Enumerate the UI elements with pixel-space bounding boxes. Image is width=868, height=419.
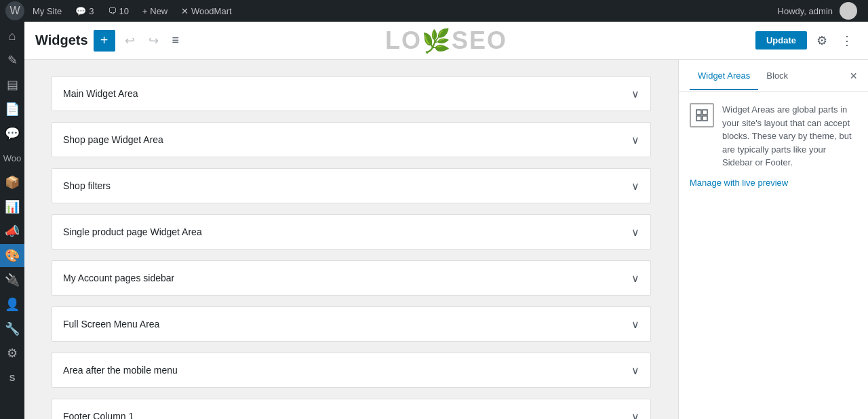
sidebar-item-dashboard[interactable]: ⌂ bbox=[0, 24, 24, 47]
sidebar-item-pages[interactable]: 📄 bbox=[0, 98, 24, 121]
chevron-down-icon-shop-page: ∨ bbox=[631, 134, 639, 146]
sidebar-item-marketing[interactable]: 📣 bbox=[0, 220, 24, 243]
right-panel: Widget Areas Block × bbox=[678, 60, 868, 419]
my-site-label: My Site bbox=[33, 6, 62, 16]
widget-area-single-product-label: Single product page Widget Area bbox=[63, 226, 202, 237]
toolbar-right: Update ⚙ ⋮ bbox=[755, 29, 857, 52]
redo-button[interactable]: ↪ bbox=[144, 29, 163, 52]
sidebar-item-comments[interactable]: 💬 bbox=[0, 122, 24, 145]
chevron-down-icon-fullscreen-menu: ∨ bbox=[631, 318, 639, 331]
more-options-button[interactable]: ⋮ bbox=[837, 29, 857, 52]
tab-block[interactable]: Block bbox=[758, 62, 796, 90]
sidebar-item-posts[interactable]: ✎ bbox=[0, 49, 24, 72]
avatar-icon bbox=[840, 2, 857, 20]
widget-area-single-product[interactable]: Single product page Widget Area ∨ bbox=[52, 214, 651, 250]
panel-description: Widget Areas are global parts in your si… bbox=[722, 103, 857, 169]
adminbar-new[interactable]: + New bbox=[137, 0, 173, 22]
svg-rect-1 bbox=[703, 110, 707, 115]
main-content: Main Widget Area ∨ Shop page Widget Area… bbox=[24, 60, 868, 419]
menu-button[interactable]: ≡ bbox=[168, 29, 184, 52]
svg-rect-2 bbox=[696, 116, 701, 121]
adminbar-my-site[interactable]: My Site bbox=[27, 0, 67, 22]
sidebar-item-woo1[interactable]: Woo bbox=[0, 146, 24, 169]
close-panel-button[interactable]: × bbox=[850, 70, 857, 82]
widget-area-shop-page-label: Shop page Widget Area bbox=[63, 134, 163, 145]
admin-bar: W My Site 💬 3 🗨 10 + New ✕ WoodMart Howd… bbox=[0, 0, 868, 22]
sidebar-item-products[interactable]: 📦 bbox=[0, 171, 24, 194]
woodmart-label: ✕ WoodMart bbox=[181, 6, 231, 16]
wp-logo[interactable]: W bbox=[5, 1, 24, 20]
widget-area-shop-filters-label: Shop filters bbox=[63, 180, 111, 191]
sidebar-item-settings[interactable]: ⚙ bbox=[0, 342, 24, 365]
comment2-count: 10 bbox=[119, 6, 129, 16]
chevron-down-icon-shop-filters: ∨ bbox=[631, 180, 639, 193]
howdy-text: Howdy, admin bbox=[778, 6, 833, 16]
sidebar-item-plugins[interactable]: 🔌 bbox=[0, 268, 24, 292]
undo-button[interactable]: ↩ bbox=[121, 29, 139, 52]
adminbar-comments[interactable]: 💬 3 bbox=[70, 0, 99, 22]
widget-area-main[interactable]: Main Widget Area ∨ bbox=[52, 76, 651, 111]
chevron-down-icon-single-product: ∨ bbox=[631, 226, 639, 239]
chevron-down-icon-footer-column-1: ∨ bbox=[631, 410, 639, 420]
comment2-icon: 🗨 bbox=[108, 6, 117, 16]
manage-live-preview-link[interactable]: Manage with live preview bbox=[690, 178, 857, 188]
adminbar-right: Howdy, admin bbox=[772, 0, 863, 22]
widget-area-my-account-label: My Account pages sidebar bbox=[63, 273, 174, 283]
editor: Widgets + ↩ ↪ ≡ LO 🌿 SEO Update ⚙ ⋮ Mai bbox=[24, 22, 868, 419]
page-title: Widgets bbox=[35, 33, 88, 48]
widget-area-my-account[interactable]: My Account pages sidebar ∨ bbox=[52, 260, 651, 296]
chevron-down-icon-main: ∨ bbox=[631, 87, 639, 100]
svg-rect-0 bbox=[696, 110, 701, 115]
adminbar-howdy[interactable]: Howdy, admin bbox=[772, 0, 863, 22]
comment-count: 3 bbox=[89, 6, 94, 16]
panel-body: Widget Areas are global parts in your si… bbox=[679, 92, 868, 419]
editor-logo: LO 🌿 SEO bbox=[385, 26, 507, 55]
new-label: + New bbox=[142, 6, 167, 16]
chevron-down-icon-my-account: ∨ bbox=[631, 272, 639, 285]
logo-text-lo: LO bbox=[385, 26, 422, 55]
editor-toolbar: Widgets + ↩ ↪ ≡ LO 🌿 SEO Update ⚙ ⋮ bbox=[24, 22, 868, 60]
widget-area-mobile-menu-label: Area after the mobile menu bbox=[63, 365, 178, 376]
chevron-down-icon-mobile-menu: ∨ bbox=[631, 364, 639, 377]
adminbar-woodmart[interactable]: ✕ WoodMart bbox=[176, 0, 237, 22]
widget-area-icon bbox=[690, 103, 714, 127]
widget-area-footer-column-1-label: Footer Column 1 bbox=[63, 411, 134, 419]
sidebar-item-appearance[interactable]: 🎨 bbox=[0, 244, 24, 267]
sidebar: ⌂ ✎ ▤ 📄 💬 Woo 📦 📊 📣 🎨 🔌 👤 🔧 ⚙ S bbox=[0, 22, 24, 419]
sidebar-item-seo[interactable]: S bbox=[0, 366, 24, 389]
sidebar-item-analytics[interactable]: 📊 bbox=[0, 195, 24, 218]
comment-icon: 💬 bbox=[75, 6, 86, 16]
add-block-button[interactable]: + bbox=[94, 30, 115, 52]
logo-text-seo: SEO bbox=[452, 26, 507, 55]
adminbar-comments2[interactable]: 🗨 10 bbox=[102, 0, 134, 22]
widget-area-fullscreen-menu-label: Full Screen Menu Area bbox=[63, 319, 159, 330]
widget-area-shop-filters[interactable]: Shop filters ∨ bbox=[52, 168, 651, 203]
main-layout: ⌂ ✎ ▤ 📄 💬 Woo 📦 📊 📣 🎨 🔌 👤 🔧 ⚙ S Widgets … bbox=[0, 22, 868, 419]
logo-leaf-icon: 🌿 bbox=[422, 27, 452, 54]
update-button[interactable]: Update bbox=[755, 31, 807, 49]
sidebar-item-media[interactable]: ▤ bbox=[0, 73, 24, 96]
widget-area-main-label: Main Widget Area bbox=[63, 88, 138, 99]
tab-widget-areas[interactable]: Widget Areas bbox=[690, 62, 758, 90]
widget-area-shop-page[interactable]: Shop page Widget Area ∨ bbox=[52, 122, 651, 157]
widget-area-mobile-menu[interactable]: Area after the mobile menu ∨ bbox=[52, 353, 651, 388]
widget-area-footer-column-1[interactable]: Footer Column 1 ∨ bbox=[52, 399, 651, 419]
sidebar-item-tools[interactable]: 🔧 bbox=[0, 317, 24, 340]
settings-button[interactable]: ⚙ bbox=[812, 29, 831, 52]
panel-header: Widget Areas Block × bbox=[679, 60, 868, 92]
svg-rect-3 bbox=[703, 116, 707, 121]
widget-area-fullscreen-menu[interactable]: Full Screen Menu Area ∨ bbox=[52, 306, 651, 342]
panel-icon-row: Widget Areas are global parts in your si… bbox=[690, 103, 857, 169]
widget-editor: Main Widget Area ∨ Shop page Widget Area… bbox=[24, 60, 678, 419]
sidebar-item-users[interactable]: 👤 bbox=[0, 293, 24, 316]
